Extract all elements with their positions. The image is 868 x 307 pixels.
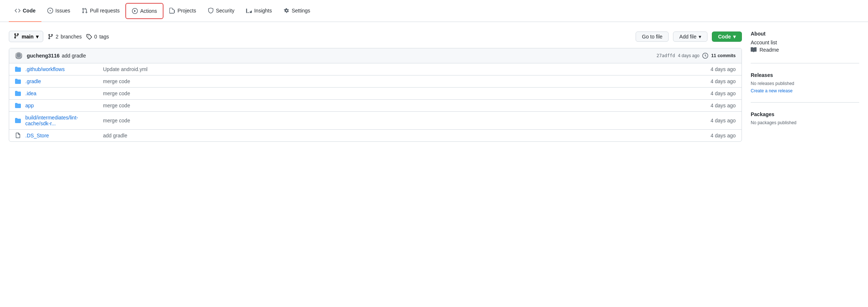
commit-meta: 27adffd 4 days ago 11 commits <box>656 53 736 59</box>
issues-icon <box>47 8 53 14</box>
table-row: .gradlemerge code4 days ago <box>9 75 742 88</box>
nav-item-settings[interactable]: Settings <box>278 0 316 22</box>
nav-label-issues: Issues <box>55 8 70 14</box>
folder-icon <box>15 90 21 96</box>
branch-name: main <box>22 34 34 40</box>
go-to-file-label: Go to file <box>642 34 662 40</box>
pull-request-icon <box>82 8 88 14</box>
file-name[interactable]: .gradle <box>25 78 99 84</box>
releases-title: Releases <box>751 72 859 78</box>
commit-hash[interactable]: 27adffd <box>656 53 675 58</box>
table-row: .github/workflowsUpdate android.yml4 day… <box>9 63 742 75</box>
nav-label-security: Security <box>216 8 235 14</box>
insights-icon <box>246 8 252 14</box>
branch-bar: main ▾ 2 branches 0 tags Go to file <box>9 31 742 42</box>
folder-icon <box>15 78 21 84</box>
file-commit-message: add gradle <box>103 133 706 138</box>
commits-link[interactable]: 11 commits <box>711 53 736 58</box>
readme-row[interactable]: Readme <box>751 47 859 53</box>
account-list-row: Account list <box>751 40 859 45</box>
file-commit-message: merge code <box>103 90 706 96</box>
actions-icon <box>132 8 138 14</box>
file-name[interactable]: .idea <box>25 90 99 96</box>
commit-row: gucheng3116 add gradle 27adffd 4 days ag… <box>9 48 742 63</box>
security-icon <box>208 8 214 14</box>
file-commit-message: merge code <box>103 118 706 123</box>
nav-item-insights[interactable]: Insights <box>240 0 277 22</box>
sidebar-packages-section: Packages No packages published <box>751 111 859 134</box>
projects-icon <box>169 8 175 14</box>
branch-chevron-icon: ▾ <box>36 34 38 40</box>
file-icon <box>15 133 21 138</box>
commits-count: 11 <box>711 53 716 58</box>
sidebar-releases-section: Releases No releases published Create a … <box>751 72 859 103</box>
create-release-link[interactable]: Create a new release <box>751 88 792 93</box>
code-label: Code <box>718 34 731 40</box>
nav-label-projects: Projects <box>177 8 196 14</box>
code-chevron-icon: ▾ <box>733 34 736 40</box>
file-time: 4 days ago <box>711 118 736 123</box>
code-icon <box>15 8 21 14</box>
nav-item-security[interactable]: Security <box>202 0 240 22</box>
nav-label-code: Code <box>23 8 36 14</box>
commit-time: 4 days ago <box>678 53 700 58</box>
folder-icon <box>15 118 21 123</box>
nav-item-actions[interactable]: Actions <box>125 3 163 19</box>
settings-icon <box>284 8 290 14</box>
file-commit-message: merge code <box>103 103 706 108</box>
nav-item-issues[interactable]: Issues <box>41 0 76 22</box>
folder-icon <box>15 103 21 108</box>
nav-item-code[interactable]: Code <box>9 0 41 22</box>
file-time: 4 days ago <box>711 66 736 72</box>
file-name[interactable]: .DS_Store <box>25 133 99 138</box>
add-file-chevron-icon: ▾ <box>699 34 701 40</box>
top-nav: Code Issues Pull requests Actions <box>0 0 868 22</box>
no-packages-text: No packages published <box>751 120 859 125</box>
folder-icon <box>15 66 21 72</box>
avatar <box>15 52 22 59</box>
nav-label-actions: Actions <box>140 8 157 14</box>
file-time: 4 days ago <box>711 133 736 138</box>
branches-label: branches <box>60 34 82 40</box>
file-time: 4 days ago <box>711 103 736 108</box>
about-title: About <box>751 31 859 37</box>
file-name[interactable]: .github/workflows <box>25 66 99 72</box>
table-row: .DS_Storeadd gradle4 days ago <box>9 130 742 141</box>
table-row: build/intermediates/lint-cache/sdk-r...m… <box>9 112 742 130</box>
packages-title: Packages <box>751 111 859 117</box>
branches-count: 2 <box>56 34 59 40</box>
go-to-file-button[interactable]: Go to file <box>636 32 669 42</box>
file-commit-message: merge code <box>103 78 706 84</box>
readme-label: Readme <box>760 47 779 53</box>
tags-link[interactable]: 0 tags <box>86 34 109 40</box>
branches-link[interactable]: 2 branches <box>48 34 82 40</box>
account-list-label: Account list <box>751 40 777 45</box>
table-row: appmerge code4 days ago <box>9 100 742 112</box>
branch-selector[interactable]: main ▾ <box>9 31 43 42</box>
branch-icon <box>14 33 19 40</box>
file-table: gucheng3116 add gradle 27adffd 4 days ag… <box>9 48 742 142</box>
file-name[interactable]: app <box>25 103 99 108</box>
file-rows: .github/workflowsUpdate android.yml4 day… <box>9 63 742 141</box>
commit-info: gucheng3116 add gradle <box>27 53 652 59</box>
sidebar: About Account list Readme Releases No re… <box>751 31 859 143</box>
file-time: 4 days ago <box>711 78 736 84</box>
commit-author[interactable]: gucheng3116 <box>27 53 59 59</box>
tags-count: 0 <box>94 34 97 40</box>
add-file-button[interactable]: Add file ▾ <box>673 32 707 42</box>
file-time: 4 days ago <box>711 90 736 96</box>
no-releases-text: No releases published <box>751 81 859 86</box>
main-container: main ▾ 2 branches 0 tags Go to file <box>0 22 868 143</box>
file-name[interactable]: build/intermediates/lint-cache/sdk-r... <box>25 115 99 126</box>
tags-label: tags <box>99 34 109 40</box>
add-file-label: Add file <box>679 34 696 40</box>
file-commit-message: Update android.yml <box>103 66 706 72</box>
nav-label-insights: Insights <box>254 8 272 14</box>
nav-item-projects[interactable]: Projects <box>163 0 202 22</box>
nav-item-pull-requests[interactable]: Pull requests <box>76 0 125 22</box>
commit-message: add gradle <box>62 53 86 59</box>
commits-label: commits <box>718 53 736 58</box>
nav-label-settings: Settings <box>292 8 310 14</box>
code-button[interactable]: Code ▾ <box>712 32 742 42</box>
sidebar-about-section: About Account list Readme <box>751 31 859 63</box>
